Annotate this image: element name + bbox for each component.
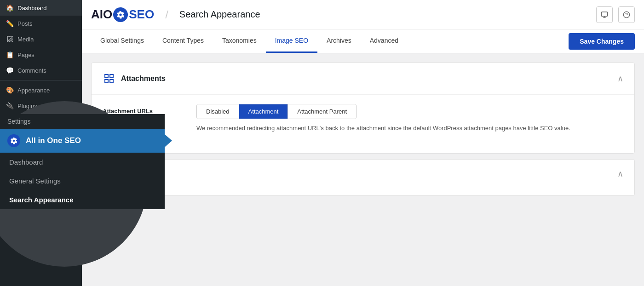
sidebar-item-plugins[interactable]: 🔌 Plugins [0,98,82,114]
screen-options-button[interactable] [596,6,613,23]
attachments-card: Attachments ∧ Attachment URLs Disabled A… [91,63,635,154]
tab-image-seo[interactable]: Image SEO [266,29,317,53]
sidebar-item-media[interactable]: 🖼 Media [0,31,82,47]
sidebar-label-posts: Posts [17,20,76,27]
dashboard-icon: 🏠 [6,4,14,12]
submenu-item-general-settings[interactable]: General Settings [0,172,165,190]
field-label-prefix: Attac [103,108,118,114]
logo-aio: AIO [91,7,112,22]
tabs-bar: Global Settings Content Types Taxonomies… [82,29,644,53]
svg-rect-8 [105,80,108,83]
logo-seo: SEO [129,7,154,22]
plugins-icon: 🔌 [6,102,14,110]
attachments-card-body: Attachment URLs Disabled Attachment Atta… [92,94,634,153]
appearance-icon: 🎨 [6,86,14,94]
sidebar-item-pages[interactable]: 📋 Pages [0,47,82,63]
aioseo-plugin-name: All in One SEO [26,136,81,145]
second-card-header[interactable]: ∧ [92,160,634,188]
aioseo-menu: Settings All in One SEO Dashboard Genera… [0,114,165,209]
sidebar-label-pages: Pages [17,51,76,58]
attachments-header-left: Attachments [103,72,166,85]
page-title: Search Appearance [179,9,260,20]
sidebar-item-posts[interactable]: ✏️ Posts [0,16,82,31]
header-left: AIO SEO / Search Appearance [91,7,260,22]
sidebar-item-appearance[interactable]: 🎨 Appearance [0,82,82,98]
second-card-chevron-icon: ∧ [617,169,623,179]
settings-section-label: Settings [0,114,165,129]
sidebar-item-comments[interactable]: 💬 Comments [0,63,82,78]
menu-arrow-icon [165,134,172,147]
submenu-item-dashboard[interactable]: Dashboard [0,153,165,172]
disabled-option[interactable]: Disabled [197,104,239,119]
tab-global-settings[interactable]: Global Settings [91,29,153,53]
tab-advanced[interactable]: Advanced [361,29,408,53]
aioseo-menu-header[interactable]: All in One SEO [0,129,165,153]
aioseo-submenu-list: Dashboard General Settings Search Appear… [0,153,165,209]
sidebar-label-media: Media [17,36,76,43]
field-label-text: hment URLs [118,108,153,114]
tab-taxonomies[interactable]: Taxonomies [213,29,266,53]
tab-archives[interactable]: Archives [317,29,361,53]
attachment-urls-content: Disabled Attachment Attachment Parent We… [196,104,623,133]
attachment-urls-label: Attachment URLs [103,104,185,114]
svg-rect-6 [110,74,113,78]
attachment-description: We recommended redirecting attachment UR… [196,124,623,133]
comments-icon: 💬 [6,66,14,74]
svg-rect-5 [105,74,108,78]
posts-icon: ✏️ [6,19,14,28]
svg-rect-7 [110,80,113,83]
submenu-item-search-appearance[interactable]: Search Appearance [0,190,165,209]
attachment-parent-option[interactable]: Attachment Parent [288,104,356,119]
second-card: ∧ [91,159,635,196]
header-divider: / [165,8,168,21]
pages-icon: 📋 [6,51,14,59]
sidebar-label-plugins: Plugins [17,103,76,109]
attachment-urls-field: Attachment URLs Disabled Attachment Atta… [103,95,623,142]
aioseo-menu-icon [7,134,20,147]
help-button[interactable] [618,6,635,23]
attachments-chevron-icon: ∧ [617,74,623,84]
attachments-card-header[interactable]: Attachments ∧ [92,63,634,94]
header-right [596,6,635,23]
sidebar-label-appearance: Appearance [17,87,76,94]
attachment-option[interactable]: Attachment [239,104,288,119]
save-changes-button[interactable]: Save Changes [569,33,635,50]
attachment-url-button-group: Disabled Attachment Attachment Parent [196,104,356,119]
sidebar-label-comments: Comments [17,67,76,74]
tabs-list: Global Settings Content Types Taxonomies… [91,29,408,53]
aioseo-logo: AIO SEO [91,7,154,22]
logo-gear-icon [113,7,128,22]
page-header: AIO SEO / Search Appearance [82,0,644,29]
content-area: Attachments ∧ Attachment URLs Disabled A… [82,53,644,286]
tab-content-types[interactable]: Content Types [153,29,213,53]
sidebar-item-dashboard[interactable]: 🏠 Dashboard [0,0,82,16]
svg-rect-0 [601,12,607,16]
sidebar-label-dashboard: Dashboard [17,5,76,11]
sidebar-divider [0,80,82,80]
attachments-title: Attachments [121,74,166,83]
media-icon: 🖼 [6,35,14,43]
attachments-icon [103,72,115,85]
